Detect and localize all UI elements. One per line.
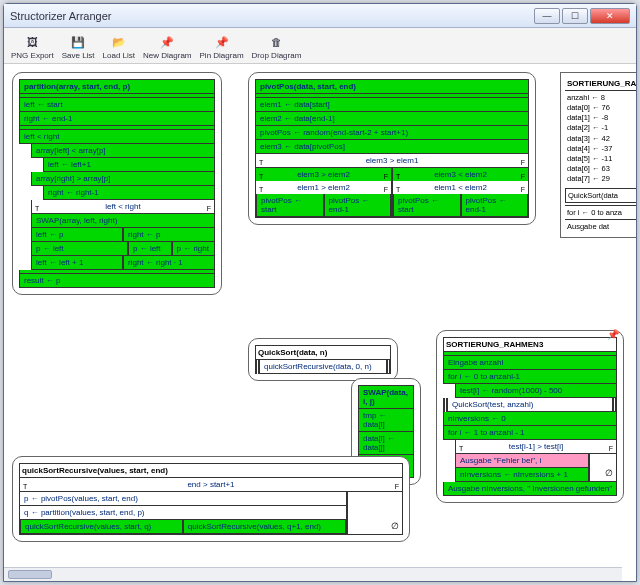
loop-head: for i ← 1 to anzahl - 1 — [443, 426, 617, 440]
decision: elem3 < elem2 — [393, 168, 528, 181]
diagram-title: SWAP(data, i, j) — [358, 385, 414, 409]
stmt: elem2 ← data[end-1] — [255, 112, 529, 126]
call: quickSortRecursive(values, start, q) — [20, 520, 183, 534]
stmt: left ← left+1 — [43, 158, 215, 172]
toolbar: 🖼PNG Export 💾Save List 📂Load List 📌New D… — [4, 28, 636, 64]
stmt: left ← p — [31, 228, 123, 242]
while-head: array[left] < array[p] — [31, 144, 215, 158]
app-window: Structorizer Arranger — ☐ ✕ 🖼PNG Export … — [3, 3, 637, 582]
stmt: data[i] ← data[j] — [358, 432, 414, 455]
stmt: tmp ← data[i] — [358, 409, 414, 432]
pin-icon: 📌 — [159, 34, 175, 50]
diagram-rahmen3[interactable]: 📌 SORTIERUNG_RAHMEN3 Eingabe anzahl for … — [436, 330, 624, 503]
stmt: right ← right-1 — [43, 186, 215, 200]
stmt: Eingabe anzahl — [443, 356, 617, 370]
drop-diagram-button[interactable]: 🗑Drop Diagram — [249, 33, 305, 61]
stmt: p ← left — [31, 242, 128, 256]
stmt: right ← p — [123, 228, 215, 242]
open-icon: 📂 — [111, 34, 127, 50]
stmt: p ← pivotPos(values, start, end) — [20, 492, 346, 506]
call: quickSortRecursive(data, 0, n) — [255, 360, 391, 374]
window-title: Structorizer Arranger — [10, 10, 111, 22]
call: SWAP(array, left, right) — [31, 214, 215, 228]
stmt: nInversions ← nInversions + 1 — [456, 468, 588, 481]
new-diagram-button[interactable]: 📌New Diagram — [140, 33, 194, 61]
titlebar: Structorizer Arranger — ☐ ✕ — [4, 4, 636, 28]
save-icon: 💾 — [70, 34, 86, 50]
decision: elem1 < elem2 — [393, 181, 528, 194]
decision: end > start+1 — [19, 478, 403, 492]
decision: elem1 > elem2 — [256, 181, 391, 194]
stmt: p ← right — [172, 242, 216, 256]
stmt: left ← left + 1 — [31, 256, 123, 270]
toolbar-label: Pin Diagram — [200, 51, 244, 60]
scrollbar-thumb[interactable] — [8, 570, 52, 579]
diagram-title: QuickSort(data, n) — [255, 345, 391, 360]
stmt: right ← end-1 — [19, 112, 215, 126]
drop-icon: 🗑 — [268, 34, 284, 50]
diagram-pivotpos[interactable]: pivotPos(data, start, end) elem1 ← data[… — [248, 72, 536, 225]
stmt: right ← right · 1 — [123, 256, 215, 270]
error-stmt: Ausgabe "Fehler bei", i — [456, 454, 588, 468]
stmt: test[i] ← random(1000) - 500 — [455, 384, 617, 398]
stmt: left ← start — [19, 98, 215, 112]
stmt: elem1 ← data[start] — [255, 98, 529, 112]
diagram-title: quickSortRecursive(values, start, end) — [19, 463, 403, 478]
pin-icon: 📌 — [214, 34, 230, 50]
toolbar-label: New Diagram — [143, 51, 191, 60]
pin-diagram-button[interactable]: 📌Pin Diagram — [197, 33, 247, 61]
diagram-title: pivotPos(data, start, end) — [255, 79, 529, 94]
png-export-button[interactable]: 🖼PNG Export — [8, 33, 57, 61]
decision: left < right — [31, 200, 215, 214]
minimize-button[interactable]: — — [534, 8, 560, 24]
toolbar-label: Load List — [103, 51, 135, 60]
diagram-title: partition(array, start, end, p) — [19, 79, 215, 94]
stmt: pivotPos ← end-1 — [461, 194, 529, 217]
stmt: elem3 ← data[pivotPos] — [255, 140, 529, 154]
stmt: result ← p — [19, 274, 215, 288]
maximize-button[interactable]: ☐ — [562, 8, 588, 24]
stmt: pivotPos ← start — [256, 194, 324, 217]
stmt: pivotPos ← start — [393, 194, 461, 217]
while-head: array[right] > array[p] — [31, 172, 215, 186]
stmt: nInversions ← 0 — [443, 412, 617, 426]
toolbar-label: PNG Export — [11, 51, 54, 60]
call: QuickSort(data — [565, 188, 636, 203]
decision: test[i-1] > test[i] — [455, 440, 617, 454]
stmt: Ausgabe dat — [565, 219, 636, 233]
close-button[interactable]: ✕ — [590, 8, 630, 24]
image-icon: 🖼 — [24, 34, 40, 50]
pin-icon: 📌 — [607, 329, 619, 340]
stmt: pivotPos ← random(end-start-2 + start+1) — [255, 126, 529, 140]
toolbar-label: Drop Diagram — [252, 51, 302, 60]
decision: elem3 > elem1 — [255, 154, 529, 168]
horizontal-scrollbar[interactable] — [4, 567, 622, 581]
canvas[interactable]: partition(array, start, end, p) left ← s… — [4, 66, 636, 567]
diagram-title: SORTIERUNG_RA — [565, 77, 636, 91]
diagram-rahmen-clipped[interactable]: SORTIERUNG_RA anzahl ← 8 data[0] ← 76 da… — [560, 72, 636, 238]
stmt: Ausgabe nInversions, " Inversionen gefun… — [443, 482, 617, 496]
diagram-quicksort-recursive[interactable]: quickSortRecursive(values, start, end) e… — [12, 456, 410, 542]
loop-head: for i ← 0 to anzahl-1 — [443, 370, 617, 384]
loop-head: for i ← 0 to anza — [565, 205, 636, 219]
save-list-button[interactable]: 💾Save List — [59, 33, 98, 61]
load-list-button[interactable]: 📂Load List — [100, 33, 138, 61]
loop-head: left < right — [19, 130, 215, 144]
stmt-block: anzahl ← 8 data[0] ← 76 data[1] ← -8 dat… — [565, 91, 636, 186]
call: quickSortRecursive(values, q+1, end) — [183, 520, 346, 534]
decision: elem3 > elem2 — [256, 168, 391, 181]
toolbar-label: Save List — [62, 51, 95, 60]
call: QuickSort(test, anzahl) — [443, 398, 617, 412]
diagram-partition[interactable]: partition(array, start, end, p) left ← s… — [12, 72, 222, 295]
stmt: q ← partition(values, start, end, p) — [20, 506, 346, 520]
stmt: pivotPos ← end-1 — [324, 194, 392, 217]
stmt: p ← left — [128, 242, 172, 256]
diagram-quicksort[interactable]: QuickSort(data, n) quickSortRecursive(da… — [248, 338, 398, 381]
diagram-title: SORTIERUNG_RAHMEN3 — [443, 337, 617, 352]
